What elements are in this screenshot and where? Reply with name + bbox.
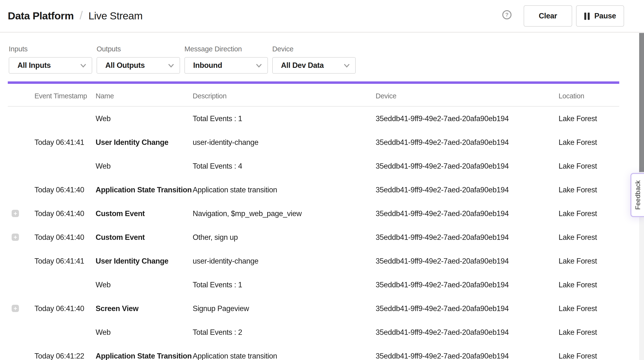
filter-outputs-label: Outputs — [96, 45, 180, 53]
device-cell: 35eddb41-9ff9-49e2-7aed-20afa90eb194 — [376, 233, 558, 241]
table-row[interactable]: + Web Total Events : 4 35eddb41-9ff9-49e… — [8, 154, 619, 178]
description-cell: Application state transition — [193, 352, 376, 360]
event-name-cell: Custom Event — [96, 209, 193, 218]
location-cell: Lake Forest — [558, 138, 619, 147]
breadcrumb-separator: / — [80, 9, 83, 22]
location-cell: Lake Forest — [558, 352, 619, 360]
header-actions: ? Clear Pause — [502, 5, 624, 27]
device-cell: 35eddb41-9ff9-49e2-7aed-20afa90eb194 — [376, 162, 558, 170]
device-cell: 35eddb41-9ff9-49e2-7aed-20afa90eb194 — [376, 209, 558, 218]
page-title: Live Stream — [88, 10, 143, 22]
feedback-tab-label: Feedback — [634, 180, 641, 210]
device-dropdown[interactable]: All Dev Data — [272, 57, 356, 74]
description-cell: user-identity-change — [193, 257, 376, 265]
filter-inputs: Inputs All Inputs — [9, 45, 92, 74]
event-name-cell: Web — [96, 328, 193, 337]
table-row[interactable]: + Web Total Events : 2 35eddb41-9ff9-49e… — [8, 320, 619, 344]
inputs-dropdown[interactable]: All Inputs — [9, 57, 92, 74]
description-cell: user-identity-change — [193, 138, 376, 147]
chevron-down-icon — [80, 63, 86, 68]
breadcrumb: Data Platform / Live Stream — [8, 9, 142, 23]
pause-button[interactable]: Pause — [576, 5, 624, 27]
location-cell: Lake Forest — [558, 185, 619, 194]
description-cell: Total Events : 2 — [193, 328, 376, 337]
event-name-cell: Application State Transition — [96, 185, 193, 194]
table-row[interactable]: + Web Total Events : 1 35eddb41-9ff9-49e… — [8, 107, 619, 130]
event-name-cell: Web — [96, 280, 193, 289]
table-row[interactable]: + Web Total Events : 1 35eddb41-9ff9-49e… — [8, 273, 619, 297]
pause-icon — [584, 12, 590, 20]
location-cell: Lake Forest — [558, 328, 619, 337]
description-cell: Navigation, $mp_web_page_view — [193, 209, 376, 218]
chevron-down-icon — [344, 63, 350, 68]
event-timestamp-cell: Today 06:41:41 — [34, 257, 96, 265]
live-stream-page: Data Platform / Live Stream ? Clear Paus… — [0, 0, 644, 360]
table-row[interactable]: + Today 06:41:40 Application State Trans… — [8, 178, 619, 201]
column-header-event-timestamp: Event Timestamp — [34, 92, 96, 100]
expand-button[interactable]: + — [12, 210, 19, 217]
description-cell: Signup Pageview — [193, 304, 376, 313]
device-cell: 35eddb41-9ff9-49e2-7aed-20afa90eb194 — [376, 328, 558, 337]
device-cell: 35eddb41-9ff9-49e2-7aed-20afa90eb194 — [376, 114, 558, 123]
column-header-location: Location — [558, 92, 619, 100]
description-cell: Application state transition — [193, 185, 376, 194]
pause-button-label: Pause — [594, 12, 616, 20]
event-timestamp-cell: Today 06:41:22 — [34, 352, 96, 360]
table-row[interactable]: + Today 06:41:41 User Identity Change us… — [8, 130, 619, 154]
table-row[interactable]: + Today 06:41:40 Custom Event Other, sig… — [8, 225, 619, 249]
filter-outputs: Outputs All Outputs — [96, 45, 180, 74]
event-name-cell: Application State Transition — [96, 352, 193, 360]
filter-device: Device All Dev Data — [272, 45, 356, 74]
column-header-device: Device — [376, 92, 558, 100]
location-cell: Lake Forest — [558, 304, 619, 313]
chevron-down-icon — [256, 63, 262, 68]
description-cell: Total Events : 1 — [193, 280, 376, 289]
location-cell: Lake Forest — [558, 257, 619, 265]
event-name-cell: Custom Event — [96, 233, 193, 241]
location-cell: Lake Forest — [558, 162, 619, 170]
table-header-row: Event Timestamp Name Description Device … — [8, 84, 619, 107]
table-row[interactable]: + Today 06:41:40 Custom Event Navigation… — [8, 201, 619, 225]
location-cell: Lake Forest — [558, 280, 619, 289]
table-row[interactable]: + Today 06:41:22 Application State Trans… — [8, 344, 619, 360]
breadcrumb-data-platform[interactable]: Data Platform — [8, 10, 74, 22]
event-name-cell: User Identity Change — [96, 257, 193, 265]
outputs-dropdown-value: All Outputs — [105, 61, 145, 70]
device-cell: 35eddb41-9ff9-49e2-7aed-20afa90eb194 — [376, 352, 558, 360]
outputs-dropdown[interactable]: All Outputs — [96, 57, 180, 74]
description-cell: Other, sign up — [193, 233, 376, 241]
accent-bar — [8, 81, 619, 84]
clear-button[interactable]: Clear — [524, 5, 572, 27]
table-row[interactable]: + Today 06:41:41 User Identity Change us… — [8, 249, 619, 273]
filter-message-direction-label: Message Direction — [184, 45, 268, 53]
description-cell: Total Events : 4 — [193, 162, 376, 170]
event-timestamp-cell: Today 06:41:40 — [34, 209, 96, 218]
event-name-cell: Web — [96, 114, 193, 123]
event-timestamp-cell: Today 06:41:41 — [34, 138, 96, 147]
feedback-tab[interactable]: Feedback — [630, 173, 644, 217]
event-timestamp-cell: Today 06:41:40 — [34, 185, 96, 194]
page-header: Data Platform / Live Stream ? Clear Paus… — [0, 0, 644, 32]
expand-button[interactable]: + — [12, 233, 19, 241]
column-header-description: Description — [193, 92, 376, 100]
filter-message-direction: Message Direction Inbound — [184, 45, 268, 74]
help-icon[interactable]: ? — [502, 10, 512, 19]
device-cell: 35eddb41-9ff9-49e2-7aed-20afa90eb194 — [376, 185, 558, 194]
filter-bar: Inputs All Inputs Outputs All Outputs Me… — [0, 32, 644, 74]
message-direction-dropdown-value: Inbound — [193, 61, 222, 70]
location-cell: Lake Forest — [558, 114, 619, 123]
device-cell: 35eddb41-9ff9-49e2-7aed-20afa90eb194 — [376, 257, 558, 265]
expand-button[interactable]: + — [12, 305, 19, 312]
message-direction-dropdown[interactable]: Inbound — [184, 57, 268, 74]
location-cell: Lake Forest — [558, 233, 619, 241]
device-dropdown-value: All Dev Data — [281, 61, 324, 70]
table-row[interactable]: + Today 06:41:40 Screen View Signup Page… — [8, 297, 619, 320]
scrollbar-thumb[interactable] — [639, 33, 644, 172]
filter-device-label: Device — [272, 45, 356, 53]
column-header-name: Name — [96, 92, 193, 100]
device-cell: 35eddb41-9ff9-49e2-7aed-20afa90eb194 — [376, 138, 558, 147]
event-name-cell: Web — [96, 162, 193, 170]
event-name-cell: User Identity Change — [96, 138, 193, 147]
filter-inputs-label: Inputs — [9, 45, 92, 53]
event-name-cell: Screen View — [96, 304, 193, 313]
